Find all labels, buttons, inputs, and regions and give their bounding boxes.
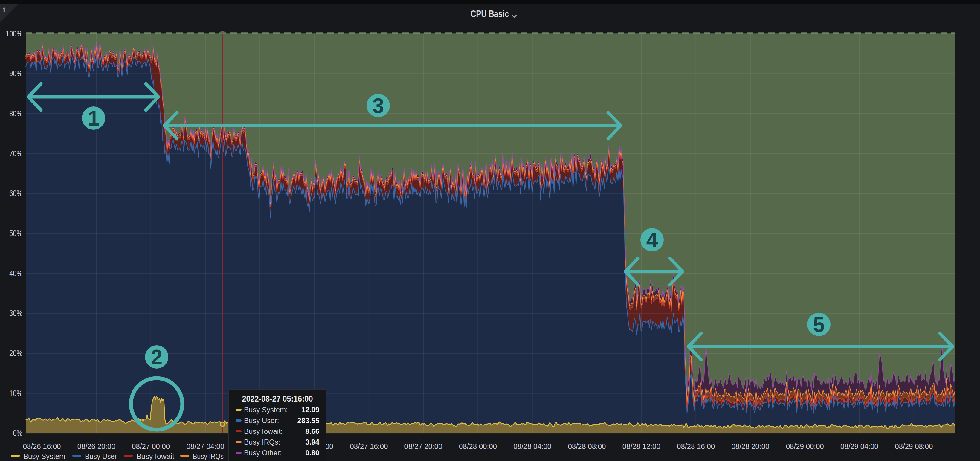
svg-text:Busy User:: Busy User: xyxy=(244,416,279,424)
svg-text:08/28 08:00: 08/28 08:00 xyxy=(568,442,606,450)
svg-text:08/28 04:00: 08/28 04:00 xyxy=(513,442,551,450)
svg-text:08/26 16:00: 08/26 16:00 xyxy=(23,442,61,450)
svg-text:Busy Iowait:: Busy Iowait: xyxy=(244,427,283,435)
svg-text:3.94: 3.94 xyxy=(305,438,319,446)
svg-text:08/27 20:00: 08/27 20:00 xyxy=(404,442,442,450)
svg-text:08/27 16:00: 08/27 16:00 xyxy=(350,442,388,450)
svg-text:Busy Iowait: Busy Iowait xyxy=(136,452,174,460)
svg-text:08/29 00:00: 08/29 00:00 xyxy=(786,442,824,450)
svg-text:30%: 30% xyxy=(9,309,22,318)
svg-text:Busy System: Busy System xyxy=(23,452,65,460)
svg-text:08/29 08:00: 08/29 08:00 xyxy=(895,442,933,450)
svg-text:08/29 04:00: 08/29 04:00 xyxy=(840,442,878,450)
svg-text:40%: 40% xyxy=(9,269,22,278)
svg-text:08/26 20:00: 08/26 20:00 xyxy=(78,442,115,450)
svg-text:3: 3 xyxy=(372,94,384,118)
svg-text:Busy IRQs:: Busy IRQs: xyxy=(244,438,280,446)
svg-text:5: 5 xyxy=(813,313,825,336)
svg-text:0%: 0% xyxy=(13,429,23,438)
svg-text:80%: 80% xyxy=(9,109,22,118)
svg-text:90%: 90% xyxy=(9,69,22,78)
svg-text:08/27 00:00: 08/27 00:00 xyxy=(132,442,170,450)
svg-text:1: 1 xyxy=(88,107,100,130)
svg-text:8.66: 8.66 xyxy=(305,427,319,435)
svg-text:70%: 70% xyxy=(9,149,22,158)
svg-text:0.80: 0.80 xyxy=(305,449,319,457)
svg-text:20%: 20% xyxy=(9,349,22,358)
svg-text:50%: 50% xyxy=(9,229,22,238)
svg-text:100%: 100% xyxy=(6,29,22,38)
svg-text:Busy IRQs: Busy IRQs xyxy=(193,452,224,460)
svg-text:08/28 16:00: 08/28 16:00 xyxy=(677,442,715,450)
svg-text:08/28 12:00: 08/28 12:00 xyxy=(622,442,660,450)
svg-text:08/28 00:00: 08/28 00:00 xyxy=(459,442,497,450)
svg-text:CPU Basic: CPU Basic xyxy=(471,8,509,19)
svg-text:4: 4 xyxy=(646,228,658,252)
svg-text:2: 2 xyxy=(151,346,162,369)
svg-text:283.55: 283.55 xyxy=(298,416,319,424)
svg-text:2022-08-27 05:16:00: 2022-08-27 05:16:00 xyxy=(242,394,313,403)
svg-text:Busy System:: Busy System: xyxy=(244,406,288,414)
svg-text:Busy Other:: Busy Other: xyxy=(244,449,282,457)
svg-text:10%: 10% xyxy=(9,389,22,398)
svg-text:08/27 04:00: 08/27 04:00 xyxy=(186,442,224,450)
svg-text:08/28 20:00: 08/28 20:00 xyxy=(731,442,769,450)
svg-text:i: i xyxy=(3,5,5,14)
svg-text:Busy User: Busy User xyxy=(85,452,117,460)
svg-text:12.09: 12.09 xyxy=(301,406,319,414)
svg-text:60%: 60% xyxy=(9,189,22,198)
